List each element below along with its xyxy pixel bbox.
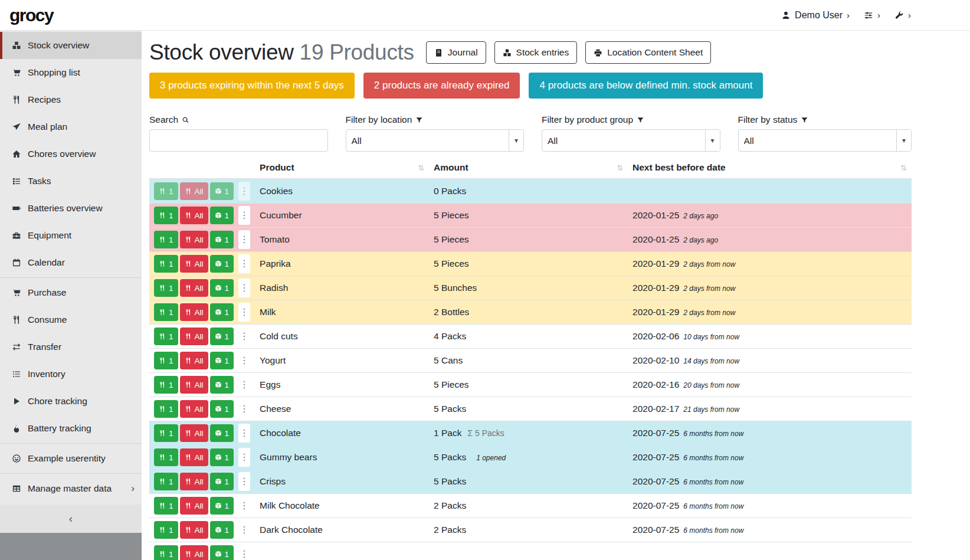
user-menu[interactable]: Demo User › xyxy=(781,10,850,21)
location-filter-select[interactable]: All xyxy=(346,129,525,152)
open-one-button[interactable]: 1 xyxy=(210,448,234,466)
journal-button[interactable]: Journal xyxy=(426,41,486,64)
consume-all-button[interactable]: All xyxy=(180,497,208,515)
consume-all-button[interactable]: All xyxy=(180,424,208,442)
open-one-button[interactable]: 1 xyxy=(210,473,234,490)
consume-all-button[interactable]: All xyxy=(180,352,208,369)
open-one-button[interactable]: 1 xyxy=(210,497,234,515)
sidebar-item-example-userentity[interactable]: Example userentity › xyxy=(0,445,142,472)
sidebar-item-batteries-overview[interactable]: Batteries overview › xyxy=(0,195,142,222)
sidebar-item-recipes[interactable]: Recipes › xyxy=(0,86,142,113)
consume-one-button[interactable]: 1 xyxy=(154,376,178,394)
row-menu-button[interactable]: ⋮ xyxy=(238,351,250,370)
sidebar-item-chores-overview[interactable]: Chores overview › xyxy=(0,140,142,168)
row-menu-button[interactable]: ⋮ xyxy=(238,496,250,515)
consume-all-button[interactable]: All xyxy=(180,448,208,466)
amount-column-header[interactable]: Amount⇅ xyxy=(429,157,628,179)
consume-one-button[interactable]: 1 xyxy=(154,255,178,273)
stock-entries-button[interactable]: Stock entries xyxy=(494,41,578,64)
consume-all-button[interactable]: All xyxy=(180,473,208,490)
row-menu-button[interactable]: ⋮ xyxy=(238,254,250,273)
consume-all-button[interactable]: All xyxy=(180,521,208,539)
open-one-button[interactable]: 1 xyxy=(210,376,234,394)
main-content: Stock overview 19 Products JournalStock … xyxy=(142,31,970,560)
consume-one-button[interactable]: 1 xyxy=(154,521,178,539)
consume-all-button[interactable]: All xyxy=(180,255,208,273)
consume-one-button[interactable]: 1 xyxy=(154,473,178,490)
open-one-button[interactable]: 1 xyxy=(210,424,234,442)
sidebar-item-transfer[interactable]: Transfer › xyxy=(0,333,142,361)
consume-one-button[interactable]: 1 xyxy=(154,448,178,466)
status-filter-select[interactable]: All xyxy=(738,129,912,152)
consume-one-button[interactable]: 1 xyxy=(154,328,178,345)
consume-all-button[interactable]: All xyxy=(180,231,208,248)
consume-one-button[interactable]: 1 xyxy=(154,231,178,248)
search-input[interactable] xyxy=(149,129,328,152)
open-one-button[interactable]: 1 xyxy=(210,279,234,297)
open-one-button[interactable]: 1 xyxy=(210,400,234,418)
row-menu-button[interactable]: ⋮ xyxy=(238,399,250,418)
consume-one-button[interactable]: 1 xyxy=(154,424,178,442)
sidebar-item-stock-overview[interactable]: Stock overview › xyxy=(0,32,142,59)
open-one-button[interactable]: 1 xyxy=(210,255,234,273)
row-menu-button[interactable]: ⋮ xyxy=(238,448,250,467)
app-logo[interactable]: grocy xyxy=(9,5,53,25)
sidebar-item-inventory[interactable]: Inventory › xyxy=(0,361,142,388)
open-one-button[interactable]: 1 xyxy=(210,328,234,345)
consume-one-button[interactable]: 1 xyxy=(154,352,178,369)
sidebar-item-equipment[interactable]: Equipment › xyxy=(0,222,142,249)
sidebar-item-shopping-list[interactable]: Shopping list › xyxy=(0,59,142,86)
consume-one-button[interactable]: 1 xyxy=(154,497,178,515)
open-one-button[interactable]: 1 xyxy=(210,352,234,369)
open-one-button[interactable]: 1 xyxy=(210,303,234,321)
settings-menu[interactable]: › xyxy=(864,10,880,20)
consume-one-button[interactable]: 1 xyxy=(154,207,178,224)
open-one-button[interactable]: 1 xyxy=(210,182,234,200)
sidebar-item-tasks[interactable]: Tasks › xyxy=(0,168,142,195)
row-menu-button[interactable]: ⋮ xyxy=(238,520,250,539)
sidebar-item-purchase[interactable]: Purchase › xyxy=(0,279,142,306)
row-menu-button[interactable]: ⋮ xyxy=(238,424,250,443)
sidebar-item-chore-tracking[interactable]: Chore tracking › xyxy=(0,388,142,415)
sidebar-item-manage-master-data[interactable]: Manage master data › xyxy=(0,475,142,502)
row-menu-button[interactable]: ⋮ xyxy=(238,182,250,201)
consume-all-button[interactable]: All xyxy=(180,207,208,224)
sidebar-item-battery-tracking[interactable]: Battery tracking › xyxy=(0,415,142,442)
open-one-button[interactable]: 1 xyxy=(210,545,234,560)
consume-all-button[interactable]: All xyxy=(180,545,208,560)
admin-menu[interactable]: › xyxy=(894,10,911,20)
alert-expired-button[interactable]: 2 products are already expired xyxy=(363,73,520,99)
location-content-sheet-button[interactable]: Location Content Sheet xyxy=(585,41,711,64)
open-one-button[interactable]: 1 xyxy=(210,231,234,248)
alert-below-min-button[interactable]: 4 products are below defined min. stock … xyxy=(529,73,763,99)
row-menu-button[interactable]: ⋮ xyxy=(238,545,250,560)
row-menu-button[interactable]: ⋮ xyxy=(238,230,250,249)
row-menu-button[interactable]: ⋮ xyxy=(238,279,250,297)
consume-all-button[interactable]: All xyxy=(180,400,208,418)
row-menu-button[interactable]: ⋮ xyxy=(238,206,250,225)
sidebar-item-consume[interactable]: Consume › xyxy=(0,306,142,333)
consume-one-button[interactable]: 1 xyxy=(154,303,178,321)
row-menu-button[interactable]: ⋮ xyxy=(238,327,250,346)
consume-all-button[interactable]: All xyxy=(180,279,208,297)
product-group-filter-select[interactable]: All xyxy=(542,129,720,152)
consume-one-button[interactable]: 1 xyxy=(154,400,178,418)
row-menu-button[interactable]: ⋮ xyxy=(238,375,250,394)
consume-one-button[interactable]: 1 xyxy=(154,279,178,297)
date-column-header[interactable]: Next best before date⇅ xyxy=(628,157,912,179)
open-one-button[interactable]: 1 xyxy=(210,207,234,224)
sidebar-item-meal-plan[interactable]: Meal plan › xyxy=(0,113,142,140)
open-one-button[interactable]: 1 xyxy=(210,521,234,539)
product-column-header[interactable]: Product⇅ xyxy=(255,157,429,179)
consume-one-button[interactable]: 1 xyxy=(154,545,178,560)
consume-all-button[interactable]: All xyxy=(180,376,208,394)
alert-expiring-button[interactable]: 3 products expiring within the next 5 da… xyxy=(149,73,355,99)
row-menu-button[interactable]: ⋮ xyxy=(238,472,250,491)
row-menu-button[interactable]: ⋮ xyxy=(238,303,250,322)
consume-all-button[interactable]: All xyxy=(180,303,208,321)
sidebar-item-calendar[interactable]: Calendar › xyxy=(0,249,142,276)
sidebar-collapse-button[interactable]: ‹ xyxy=(0,505,142,533)
consume-all-button[interactable]: All xyxy=(180,328,208,345)
consume-one-button[interactable]: 1 xyxy=(154,182,178,200)
consume-all-button[interactable]: All xyxy=(180,182,208,200)
